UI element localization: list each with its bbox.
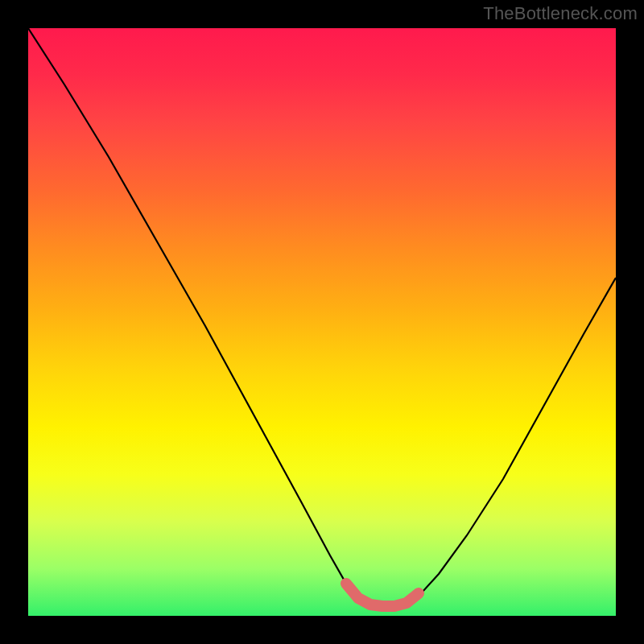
plot-area xyxy=(28,28,616,616)
watermark-text: TheBottleneck.com xyxy=(483,3,638,24)
trough-marker xyxy=(346,584,419,606)
chart-frame: TheBottleneck.com xyxy=(0,0,644,644)
bottleneck-curve xyxy=(28,28,616,606)
curve-svg xyxy=(28,28,616,616)
